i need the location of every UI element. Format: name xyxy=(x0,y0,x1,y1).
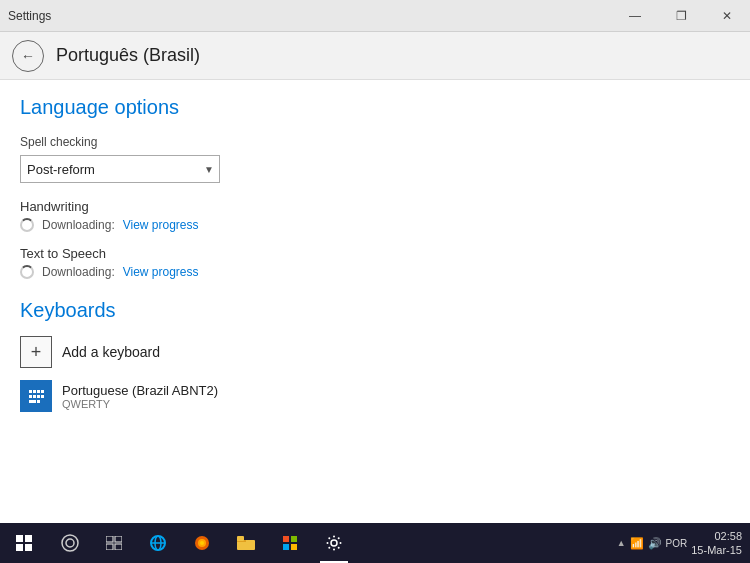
taskbar-explorer-button[interactable] xyxy=(224,523,268,563)
handwriting-section: Handwriting Downloading: View progress xyxy=(20,199,730,232)
handwriting-view-progress-link[interactable]: View progress xyxy=(123,218,199,232)
taskbar-settings-button[interactable] xyxy=(312,523,356,563)
close-button[interactable]: ✕ xyxy=(704,0,750,32)
keyboards-heading: Keyboards xyxy=(20,299,730,322)
tray-icons: ▲ 📶 🔊 POR xyxy=(617,537,688,550)
store-icon xyxy=(282,535,298,551)
tray-volume-icon: 🔊 xyxy=(648,537,662,550)
title-bar-controls: — ❐ ✕ xyxy=(612,0,750,32)
svg-rect-17 xyxy=(283,544,289,550)
cortana-button[interactable] xyxy=(48,523,92,563)
keyboard-info: Portuguese (Brazil ABNT2) QWERTY xyxy=(62,383,218,410)
tts-section: Text to Speech Downloading: View progres… xyxy=(20,246,730,279)
handwriting-label: Handwriting xyxy=(20,199,730,214)
tts-view-progress-link[interactable]: View progress xyxy=(123,265,199,279)
tray-network-icon: 📶 xyxy=(630,537,644,550)
taskbar: ▲ 📶 🔊 POR 02:58 15-Mar-15 xyxy=(0,523,750,563)
add-keyboard-label: Add a keyboard xyxy=(62,344,160,360)
svg-point-19 xyxy=(331,540,337,546)
spell-checking-dropdown[interactable]: Post-reform Pre-reform xyxy=(20,155,220,183)
language-options-heading: Language options xyxy=(20,96,730,119)
svg-point-20 xyxy=(333,536,335,538)
svg-rect-3 xyxy=(115,536,122,542)
taskbar-store-button[interactable] xyxy=(268,523,312,563)
handwriting-spinner-icon xyxy=(20,218,34,232)
svg-rect-16 xyxy=(291,536,297,542)
svg-rect-2 xyxy=(106,536,113,542)
add-keyboard-plus-icon: + xyxy=(20,336,52,368)
language-badge[interactable]: POR xyxy=(666,538,688,549)
back-button[interactable]: ← xyxy=(12,40,44,72)
title-bar: Settings — ❐ ✕ xyxy=(0,0,750,32)
svg-rect-5 xyxy=(115,544,122,550)
back-icon: ← xyxy=(21,48,35,64)
svg-point-24 xyxy=(328,537,330,539)
keyboard-sub: QWERTY xyxy=(62,398,218,410)
svg-rect-14 xyxy=(237,536,244,541)
svg-rect-18 xyxy=(291,544,297,550)
clock-time: 02:58 xyxy=(691,529,742,543)
svg-point-26 xyxy=(338,537,340,539)
cortana-icon xyxy=(61,534,79,552)
keyboard-item-row[interactable]: Portuguese (Brazil ABNT2) QWERTY xyxy=(20,380,730,412)
taskbar-firefox-button[interactable] xyxy=(180,523,224,563)
restore-button[interactable]: ❐ xyxy=(658,0,704,32)
minimize-button[interactable]: — xyxy=(612,0,658,32)
keyboard-name: Portuguese (Brazil ABNT2) xyxy=(62,383,218,398)
main-content: Language options Spell checking Post-ref… xyxy=(0,80,750,436)
tray-up-icon[interactable]: ▲ xyxy=(617,538,626,548)
svg-point-22 xyxy=(327,542,329,544)
spell-checking-label: Spell checking xyxy=(20,135,730,149)
tts-status-row: Downloading: View progress xyxy=(20,265,730,279)
svg-point-23 xyxy=(340,542,342,544)
ie-icon xyxy=(149,534,167,552)
explorer-icon xyxy=(237,536,255,550)
svg-point-1 xyxy=(66,539,74,547)
tts-spinner-icon xyxy=(20,265,34,279)
spell-checking-dropdown-container: Post-reform Pre-reform ▼ xyxy=(20,155,220,183)
svg-point-0 xyxy=(62,535,78,551)
clock-date: 15-Mar-15 xyxy=(691,543,742,557)
svg-point-21 xyxy=(333,549,335,551)
taskview-button[interactable] xyxy=(92,523,136,563)
svg-rect-4 xyxy=(106,544,113,550)
handwriting-status-text: Downloading: xyxy=(42,218,115,232)
taskbar-right-tray: ▲ 📶 🔊 POR 02:58 15-Mar-15 xyxy=(617,529,750,558)
taskbar-ie-button[interactable] xyxy=(136,523,180,563)
keyboard-icon xyxy=(20,380,52,412)
svg-rect-15 xyxy=(283,536,289,542)
nav-title: Português (Brasil) xyxy=(56,45,200,66)
start-button[interactable] xyxy=(0,523,48,563)
taskview-icon xyxy=(106,536,122,550)
nav-bar: ← Português (Brasil) xyxy=(0,32,750,80)
settings-icon xyxy=(326,535,342,551)
title-bar-title: Settings xyxy=(8,9,51,23)
firefox-icon xyxy=(193,534,211,552)
tts-status-text: Downloading: xyxy=(42,265,115,279)
start-icon xyxy=(16,535,32,551)
svg-point-27 xyxy=(328,547,330,549)
spell-checking-section: Spell checking Post-reform Pre-reform ▼ xyxy=(20,135,730,183)
tts-label: Text to Speech xyxy=(20,246,730,261)
taskbar-clock[interactable]: 02:58 15-Mar-15 xyxy=(691,529,742,558)
handwriting-status-row: Downloading: View progress xyxy=(20,218,730,232)
svg-point-11 xyxy=(200,541,204,545)
add-keyboard-row[interactable]: + Add a keyboard xyxy=(20,336,730,368)
svg-point-25 xyxy=(338,547,340,549)
